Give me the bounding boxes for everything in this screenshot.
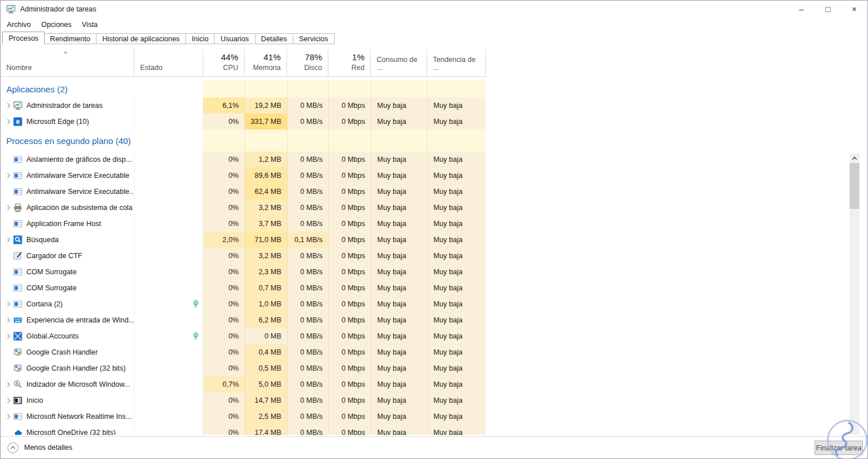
tab-rendimiento[interactable]: Rendimiento bbox=[44, 33, 96, 44]
expand-chevron-icon[interactable] bbox=[4, 396, 13, 405]
disk-cell: 0 MB/s bbox=[287, 296, 328, 312]
status-cell bbox=[134, 376, 203, 392]
column-header-disk[interactable]: 78%Disco bbox=[287, 49, 328, 76]
disk-cell: 0 MB/s bbox=[287, 328, 328, 344]
less-details-button[interactable]: Menos detalles bbox=[7, 442, 72, 453]
expand-chevron-icon[interactable] bbox=[4, 332, 13, 341]
table-row[interactable]: Aplicación de subsistema de cola0%3,2 MB… bbox=[1, 200, 486, 216]
group-mem-cell bbox=[245, 130, 287, 151]
table-row[interactable]: Antimalware Service Executable...0%62,4 … bbox=[1, 184, 486, 200]
mem-cell: 19,2 MB bbox=[245, 98, 287, 114]
chevron-placeholder bbox=[4, 348, 13, 357]
power-cell: Muy baja bbox=[371, 168, 427, 184]
scroll-up-button[interactable] bbox=[850, 153, 859, 163]
table-row[interactable]: Antimalware Service Executable0%89,6 MB0… bbox=[1, 168, 486, 184]
column-header-cpu[interactable]: 44%CPU bbox=[203, 49, 245, 76]
tab-inicio[interactable]: Inicio bbox=[186, 33, 215, 44]
expand-chevron-icon[interactable] bbox=[4, 380, 13, 389]
table-row[interactable]: Cortana (2)0%1,0 MB0 MB/s0 MbpsMuy bajaM… bbox=[1, 296, 486, 312]
column-header-status[interactable]: Estado bbox=[134, 49, 203, 76]
tab-detalles[interactable]: Detalles bbox=[255, 33, 293, 44]
tab-procesos[interactable]: Procesos bbox=[2, 32, 45, 44]
power-cell: Muy baja bbox=[371, 98, 427, 114]
minimize-button[interactable]: – bbox=[788, 1, 815, 18]
expand-chevron-icon[interactable] bbox=[4, 117, 13, 126]
close-button[interactable]: × bbox=[841, 1, 867, 18]
mem-cell: 89,6 MB bbox=[245, 168, 287, 184]
expand-chevron-icon[interactable] bbox=[4, 299, 13, 309]
trend-cell: Muy baja bbox=[427, 200, 486, 216]
cpu-cell: 0% bbox=[203, 328, 245, 344]
process-name-cell: Administrador de tareas bbox=[1, 98, 134, 114]
mem-cell: 3,2 MB bbox=[245, 248, 287, 264]
column-header-trend[interactable]: Tendencia de ... bbox=[427, 49, 486, 76]
tab-strip: ProcesosRendimientoHistorial de aplicaci… bbox=[2, 32, 335, 44]
power-cell: Muy baja bbox=[371, 184, 427, 200]
expand-chevron-icon[interactable] bbox=[4, 101, 13, 110]
power-cell: Muy baja bbox=[371, 280, 427, 296]
column-total-net: 1% bbox=[334, 52, 365, 62]
table-row[interactable]: Administrador de tareas6,1%19,2 MB0 MB/s… bbox=[1, 98, 486, 114]
column-header-name[interactable]: Nombre bbox=[1, 49, 134, 76]
column-total-cpu: 44% bbox=[209, 52, 238, 62]
power-cell: Muy baja bbox=[371, 264, 427, 280]
menu-item-archivo[interactable]: Archivo bbox=[2, 19, 36, 30]
process-name-cell: eMicrosoft Edge (10) bbox=[1, 114, 134, 130]
trend-cell: Muy baja bbox=[427, 216, 486, 232]
column-header-net[interactable]: 1%Red bbox=[328, 49, 371, 76]
table-row[interactable]: Microsoft OneDrive (32 bits)0%17,4 MB0 M… bbox=[1, 425, 486, 435]
process-group-header[interactable]: Aplicaciones (2) bbox=[1, 80, 486, 98]
table-row[interactable]: Cargador de CTF0%3,2 MB0 MB/s0 MbpsMuy b… bbox=[1, 248, 486, 264]
table-row[interactable]: eMicrosoft Edge (10)0%331,7 MB0 MB/s0 Mb… bbox=[1, 114, 486, 130]
table-row[interactable]: Application Frame Host0%3,7 MB0 MB/s0 Mb… bbox=[1, 216, 486, 232]
tab-usuarios[interactable]: Usuarios bbox=[215, 33, 255, 44]
table-row[interactable]: Microsoft Network Realtime Ins...0%2,5 M… bbox=[1, 409, 486, 425]
maximize-button[interactable]: □ bbox=[815, 1, 841, 18]
table-row[interactable]: Google Crash Handler (32 bits)0%0,5 MB0 … bbox=[1, 360, 486, 376]
process-name: Google Crash Handler (32 bits) bbox=[26, 364, 126, 372]
table-row[interactable]: Google Crash Handler0%0,4 MB0 MB/s0 Mbps… bbox=[1, 344, 486, 360]
table-row[interactable]: Experiencia de entrada de Wind...0%6,2 M… bbox=[1, 312, 486, 328]
table-row[interactable]: Inicio0%14,7 MB0 MB/s0 MbpsMuy bajaMuy b… bbox=[1, 392, 486, 409]
process-name-cell: Inicio bbox=[1, 392, 134, 409]
table-row[interactable]: Aislamiento de gráficos de disp...0%1,2 … bbox=[1, 151, 486, 168]
trend-cell: Muy baja bbox=[427, 376, 486, 392]
table-row[interactable]: Global.Accounts0%0 MB0 MB/s0 MbpsMuy baj… bbox=[1, 328, 486, 344]
end-task-button[interactable]: Finalizar tarea bbox=[815, 441, 863, 455]
column-header-mem[interactable]: 41%Memoria bbox=[245, 49, 287, 76]
expand-chevron-icon[interactable] bbox=[4, 412, 13, 421]
table-row[interactable]: Indizador de Microsoft Window...0,7%5,0 … bbox=[1, 376, 486, 392]
expand-chevron-icon[interactable] bbox=[4, 235, 13, 244]
column-header-power[interactable]: Consumo de ... bbox=[371, 49, 427, 76]
menu-item-opciones[interactable]: Opciones bbox=[36, 19, 77, 30]
process-name: COM Surrogate bbox=[26, 284, 77, 292]
expand-chevron-icon[interactable] bbox=[4, 316, 13, 325]
process-group-header[interactable]: Procesos en segundo plano (40) bbox=[1, 130, 486, 151]
tab-servicios[interactable]: Servicios bbox=[293, 33, 335, 44]
net-cell: 0 Mbps bbox=[328, 264, 371, 280]
window-icon bbox=[13, 283, 22, 293]
cpu-cell: 0% bbox=[203, 392, 245, 409]
cpu-cell: 0% bbox=[203, 151, 245, 168]
mem-cell: 71,0 MB bbox=[245, 232, 287, 248]
table-row[interactable]: Búsqueda2,0%71,0 MB0,1 MB/s0 MbpsMuy baj… bbox=[1, 232, 486, 248]
column-label-net: Red bbox=[334, 64, 365, 74]
scroll-thumb[interactable] bbox=[850, 163, 859, 209]
tab-historial-de-aplicaciones[interactable]: Historial de aplicaciones bbox=[96, 33, 186, 44]
table-row[interactable]: COM Surrogate0%2,3 MB0 MB/s0 MbpsMuy baj… bbox=[1, 264, 486, 280]
expand-chevron-icon[interactable] bbox=[4, 203, 13, 212]
disk-cell: 0 MB/s bbox=[287, 264, 328, 280]
net-cell: 0 Mbps bbox=[328, 328, 371, 344]
cpu-cell: 0% bbox=[203, 296, 245, 312]
expand-chevron-icon[interactable] bbox=[4, 171, 13, 180]
menu-item-vista[interactable]: Vista bbox=[77, 19, 103, 30]
table-row[interactable]: COM Surrogate0%0,7 MB0 MB/s0 MbpsMuy baj… bbox=[1, 280, 486, 296]
power-cell: Muy baja bbox=[371, 409, 427, 425]
scrollbar[interactable] bbox=[850, 153, 859, 435]
window-title: Administrador de tareas bbox=[20, 5, 96, 13]
trend-cell: Muy baja bbox=[427, 168, 486, 184]
window-icon bbox=[13, 412, 22, 421]
disk-cell: 0 MB/s bbox=[287, 425, 328, 435]
column-total-disk: 78% bbox=[293, 52, 322, 62]
mem-cell: 331,7 MB bbox=[245, 114, 287, 130]
